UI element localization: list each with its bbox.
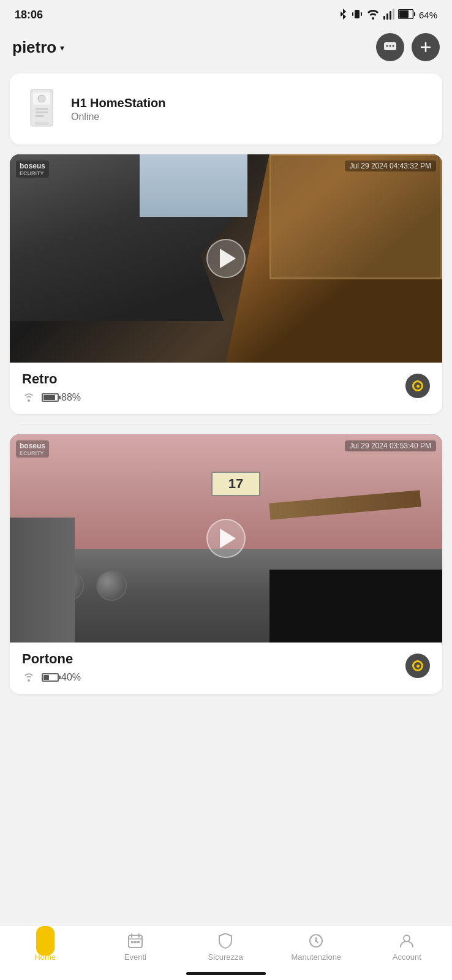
svg-rect-1 [352, 12, 353, 16]
svg-point-31 [404, 935, 410, 941]
nav-account-label: Account [393, 952, 421, 962]
nav-manutenzione-label: Manutenzione [291, 952, 341, 962]
bluetooth-icon [338, 8, 348, 22]
svg-rect-2 [361, 12, 362, 16]
svg-rect-22 [43, 941, 47, 947]
nav-account[interactable]: Account [382, 932, 431, 962]
home-icon-bg [36, 926, 55, 956]
svg-rect-4 [386, 13, 388, 20]
header-actions [376, 33, 440, 61]
svg-rect-20 [36, 115, 44, 117]
status-time: 18:06 [15, 9, 43, 21]
battery-portone-percent: 40% [61, 672, 81, 683]
nav-account-icon [397, 932, 416, 950]
portone-pipe-2 [96, 570, 127, 601]
home-indicator [186, 972, 266, 975]
nav-home-icon-container [36, 932, 55, 950]
camera-retro-label: Retro [22, 371, 81, 387]
camera-retro-info: Retro 88% [10, 363, 442, 414]
svg-rect-18 [36, 108, 48, 110]
battery-percent: 64% [419, 10, 437, 20]
divider [20, 424, 432, 424]
battery-retro-fill [43, 395, 55, 400]
nav-home[interactable]: Home [21, 932, 70, 962]
status-icons: 64% [338, 8, 437, 22]
nav-eventi-icon [126, 932, 145, 950]
camera-portone-info: Portone 40% [10, 643, 442, 694]
svg-rect-21 [34, 122, 49, 125]
svg-rect-6 [393, 9, 394, 20]
play-triangle-icon [220, 249, 236, 268]
camera-portone-thumbnail[interactable]: 17 boseus ECURITY Jul 29 2024 03:53:40 P… [10, 434, 442, 643]
play-triangle-portone-icon [220, 529, 236, 548]
battery-retro-percent: 88% [61, 392, 81, 403]
camera-portone-brand: boseus ECURITY [16, 440, 49, 458]
camera-portone-section: 17 boseus ECURITY Jul 29 2024 03:53:40 P… [10, 434, 442, 694]
nav-home-label: Home [34, 952, 56, 962]
signal-icon [383, 9, 394, 21]
svg-rect-29 [137, 941, 140, 943]
nav-manutenzione[interactable]: Manutenzione [291, 932, 341, 962]
camera-portone-battery: 40% [42, 672, 81, 683]
camera-retro-details: Retro 88% [22, 371, 81, 404]
camera-portone-stats: 40% [22, 671, 81, 684]
camera-retro-stats: 88% [22, 391, 81, 404]
camera-retro-section: boseus ECURITY Jul 29 2024 04:43:32 PM R… [10, 154, 442, 414]
nav-eventi-label: Eventi [124, 952, 146, 962]
device-status: Online [71, 111, 165, 123]
svg-point-10 [386, 45, 388, 47]
camera-portone-timestamp: Jul 29 2024 03:53:40 PM [345, 440, 436, 451]
camera-retro-play-button[interactable] [206, 239, 246, 278]
chat-button[interactable] [376, 33, 404, 61]
device-info: H1 HomeStation Online [71, 96, 165, 123]
cam-window [226, 154, 442, 363]
portone-black-area [269, 570, 442, 643]
main-content: H1 HomeStation Online boseus ECURITY Jul… [0, 67, 452, 771]
camera-portone-details: Portone 40% [22, 651, 81, 684]
device-card[interactable]: H1 HomeStation Online [10, 74, 442, 145]
add-button[interactable] [412, 33, 440, 61]
target-dot [416, 385, 420, 388]
battery-retro-icon [42, 393, 59, 402]
svg-point-11 [390, 45, 391, 47]
svg-point-17 [38, 95, 45, 102]
battery-status-icon [398, 9, 415, 21]
chevron-down-icon: ▾ [60, 43, 64, 53]
svg-point-12 [393, 45, 394, 47]
target-portone-dot [416, 665, 420, 668]
camera-retro-thumbnail[interactable]: boseus ECURITY Jul 29 2024 04:43:32 PM [10, 154, 442, 363]
camera-portone-target-button[interactable] [405, 654, 430, 678]
camera-retro-timestamp: Jul 29 2024 04:43:32 PM [345, 160, 436, 172]
camera-portone-play-button[interactable] [206, 519, 246, 558]
svg-rect-19 [36, 111, 48, 113]
username-label: pietro [12, 38, 56, 57]
nav-sicurezza-icon [216, 932, 235, 950]
nav-eventi[interactable]: Eventi [111, 932, 160, 962]
camera-retro-wifi-icon [22, 391, 36, 404]
camera-retro-target-button[interactable] [405, 374, 430, 398]
target-icon [412, 380, 423, 391]
svg-rect-3 [383, 16, 385, 20]
svg-rect-28 [134, 941, 137, 943]
portone-sign: 17 [211, 472, 260, 496]
svg-rect-27 [131, 941, 134, 943]
camera-portone-overlay: boseus ECURITY Jul 29 2024 03:53:40 PM [16, 440, 436, 458]
camera-retro-battery: 88% [42, 392, 81, 403]
nav-sicurezza[interactable]: Sicurezza [201, 932, 250, 962]
nav-sicurezza-label: Sicurezza [208, 952, 243, 962]
camera-retro-overlay: boseus ECURITY Jul 29 2024 04:43:32 PM [16, 160, 436, 178]
svg-rect-0 [355, 10, 360, 18]
device-image [22, 85, 61, 134]
camera-portone-label: Portone [22, 651, 81, 667]
svg-rect-8 [399, 10, 409, 18]
app-header: pietro ▾ [0, 27, 452, 67]
nav-manutenzione-icon [307, 932, 325, 950]
svg-rect-5 [390, 11, 391, 20]
vibrate-icon [352, 8, 363, 22]
camera-retro-brand: boseus ECURITY [16, 160, 49, 178]
user-selector[interactable]: pietro ▾ [12, 38, 64, 57]
battery-portone-icon [42, 673, 59, 682]
wifi-icon [366, 9, 380, 21]
status-bar: 18:06 [0, 0, 452, 27]
svg-point-30 [315, 940, 317, 942]
